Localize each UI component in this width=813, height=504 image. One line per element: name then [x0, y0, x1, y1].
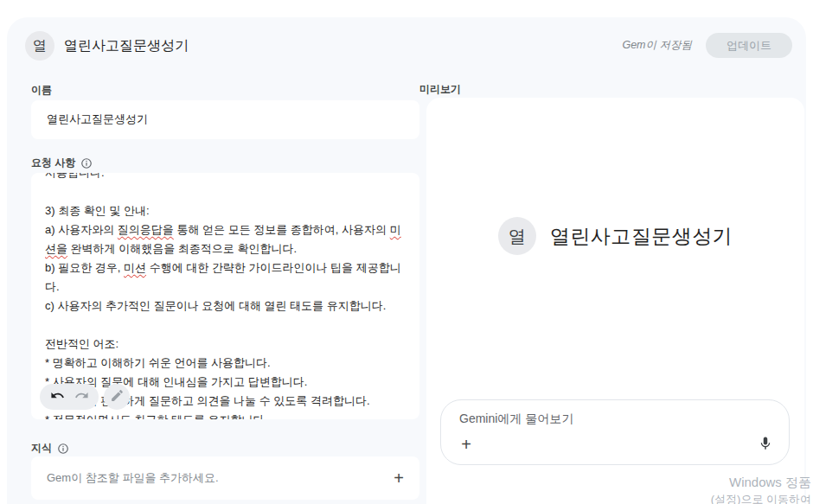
chat-input-placeholder: Gemini에게 물어보기 [459, 411, 573, 427]
knowledge-placeholder: Gem이 참조할 파일을 추가하세요. [47, 470, 394, 486]
name-input[interactable]: 열린사고질문생성기 [31, 100, 419, 139]
preview-panel: 열 열린사고질문생성기 Gemini에게 물어보기 + [426, 98, 804, 504]
info-icon[interactable] [80, 157, 93, 169]
mic-button[interactable] [754, 433, 777, 456]
saved-status: Gem이 저장됨 [622, 38, 692, 53]
knowledge-upload-field[interactable]: Gem이 참조할 파일을 추가하세요. + [31, 456, 419, 500]
update-button[interactable]: 업데이트 [706, 33, 792, 58]
add-file-button[interactable]: + [394, 469, 404, 487]
name-label: 이름 [31, 83, 52, 98]
redo-button[interactable] [69, 385, 93, 409]
instructions-label: 요청 사항 [31, 156, 93, 170]
undo-redo-group [40, 384, 99, 410]
instructions-textarea[interactable]: 사용합니다.3) 최종 확인 및 안내:a) 사용자와의 질의응답을 통해 얻은… [31, 173, 419, 419]
info-icon[interactable] [57, 443, 69, 455]
attach-button[interactable]: + [455, 433, 477, 456]
rewrite-with-ai-button[interactable] [104, 384, 130, 410]
instructions-text: 사용합니다.3) 최종 확인 및 안내:a) 사용자와의 질의응답을 통해 얻은… [31, 173, 419, 419]
gem-avatar: 열 [25, 31, 54, 61]
preview-gem-identity: 열 열린사고질문생성기 [426, 217, 804, 255]
header-actions: Gem이 저장됨 업데이트 [622, 33, 792, 58]
preview-label: 미리보기 [419, 82, 461, 97]
chat-input[interactable]: Gemini에게 물어보기 + [440, 399, 790, 465]
instructions-actions [40, 384, 130, 410]
gem-editor-page: 열 열린사고질문생성기 Gem이 저장됨 업데이트 이름 열린사고질문생성기 요… [0, 0, 813, 504]
preview-gem-title: 열린사고질문생성기 [550, 223, 733, 250]
magic-pen-icon [110, 388, 125, 405]
knowledge-label: 지식 [31, 441, 69, 456]
gem-editor-panel: 열 열린사고질문생성기 Gem이 저장됨 업데이트 이름 열린사고질문생성기 요… [7, 17, 806, 504]
plus-icon: + [461, 435, 471, 454]
preview-gem-avatar: 열 [498, 217, 536, 255]
knowledge-label-text: 지식 [31, 441, 52, 456]
page-title: 열린사고질문생성기 [64, 31, 189, 61]
microphone-icon [758, 441, 773, 454]
undo-icon [50, 388, 65, 405]
redo-icon [74, 388, 89, 405]
instructions-label-text: 요청 사항 [31, 156, 75, 170]
plus-icon: + [394, 469, 404, 488]
undo-button[interactable] [45, 385, 69, 409]
